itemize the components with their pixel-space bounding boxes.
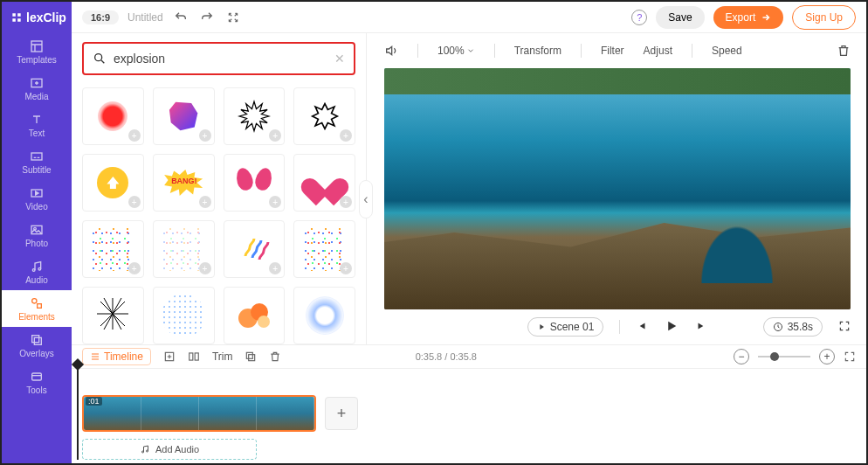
sidebar-item-elements[interactable]: Elements [2, 290, 72, 327]
save-button[interactable]: Save [656, 6, 704, 29]
filter-button[interactable]: Filter [601, 45, 624, 57]
timeline-zoom: − + [734, 349, 856, 364]
svg-point-8 [32, 298, 37, 302]
element-thumb[interactable]: + [82, 154, 144, 212]
expand-icon[interactable] [224, 9, 242, 26]
element-thumb[interactable]: + [293, 87, 355, 145]
fit-icon[interactable] [844, 350, 856, 363]
svg-rect-17 [195, 353, 198, 360]
next-icon[interactable] [695, 320, 707, 335]
element-thumb[interactable]: + [224, 220, 286, 278]
add-icon[interactable]: + [269, 262, 281, 274]
svg-point-13 [95, 54, 102, 61]
search-input[interactable] [114, 52, 334, 66]
svg-rect-10 [32, 335, 39, 342]
sidebar: lexClip Templates Media Text Subtitle Vi… [2, 2, 72, 463]
svg-rect-9 [38, 303, 42, 308]
topbar: 16:9 Untitled ? Save Export Sign Up [72, 2, 866, 33]
search-icon [93, 52, 107, 66]
add-icon[interactable]: + [269, 129, 281, 142]
prev-icon[interactable] [636, 320, 648, 335]
sidebar-item-photo[interactable]: Photo [2, 217, 72, 253]
add-clip-button[interactable]: + [325, 397, 358, 430]
sidebar-item-tools[interactable]: Tools [2, 364, 72, 400]
timeline-tab[interactable]: Timeline [82, 348, 151, 365]
zoom-in-icon[interactable]: + [819, 349, 835, 364]
undo-icon[interactable] [172, 9, 189, 26]
add-icon[interactable]: + [340, 262, 352, 274]
sidebar-item-templates[interactable]: Templates [2, 33, 72, 70]
video-clip[interactable]: :01 [82, 395, 316, 432]
element-thumb[interactable]: + [153, 87, 215, 145]
zoom-slider[interactable] [758, 356, 810, 357]
export-button[interactable]: Export [713, 6, 784, 29]
preview-toolbar: 100% Transform Filter Adjust Speed [369, 33, 866, 68]
aspect-ratio[interactable]: 16:9 [82, 10, 119, 24]
add-icon[interactable]: + [269, 196, 281, 208]
element-thumb[interactable]: + [82, 87, 144, 145]
element-thumb[interactable]: + [224, 154, 286, 212]
svg-rect-19 [249, 355, 255, 361]
help-icon[interactable]: ? [631, 10, 647, 25]
element-thumb[interactable] [153, 287, 215, 344]
scene-selector[interactable]: Scene 01 [527, 317, 604, 337]
svg-rect-18 [247, 352, 253, 358]
project-title[interactable]: Untitled [127, 11, 163, 24]
add-icon[interactable]: + [340, 196, 352, 208]
split-icon[interactable] [188, 350, 200, 363]
add-icon[interactable]: + [199, 196, 211, 208]
add-icon[interactable]: + [340, 129, 352, 142]
timeline-toolbar: Timeline Trim 0:35.8 / 0:35.8 − + [72, 344, 866, 369]
sidebar-item-text[interactable]: Text [2, 107, 72, 143]
sidebar-item-media[interactable]: Media [2, 70, 72, 107]
delete-icon[interactable] [837, 44, 851, 58]
trim-button[interactable]: Trim [212, 350, 233, 363]
clear-search-icon[interactable]: ✕ [334, 52, 345, 66]
playback-controls: Scene 01 35.8s [369, 309, 866, 344]
play-icon[interactable] [664, 318, 679, 337]
adjust-button[interactable]: Adjust [644, 45, 672, 57]
element-thumb[interactable] [224, 287, 286, 344]
zoom-dropdown[interactable]: 100% [437, 45, 475, 57]
add-scene-icon[interactable] [163, 350, 176, 363]
svg-point-20 [141, 451, 143, 453]
element-thumb[interactable]: BANG!+ [153, 154, 215, 212]
preview-canvas[interactable] [384, 68, 851, 309]
element-thumb[interactable]: + [153, 220, 215, 278]
logo: lexClip [2, 2, 72, 33]
sidebar-item-subtitle[interactable]: Subtitle [2, 143, 72, 180]
add-icon[interactable]: + [128, 196, 141, 208]
transform-button[interactable]: Transform [514, 45, 561, 57]
fullscreen-icon[interactable] [838, 320, 851, 335]
duplicate-icon[interactable] [245, 350, 257, 363]
svg-rect-0 [31, 41, 42, 52]
svg-point-7 [38, 267, 41, 270]
element-thumb[interactable]: + [293, 220, 355, 278]
element-thumb[interactable]: + [224, 87, 286, 145]
element-thumb[interactable]: + [293, 154, 355, 212]
timeline-tracks: :01 + Add Audio [72, 369, 866, 463]
signup-button[interactable]: Sign Up [792, 5, 856, 30]
zoom-out-icon[interactable]: − [734, 349, 749, 364]
add-icon[interactable]: + [199, 129, 211, 142]
svg-point-6 [32, 268, 35, 271]
playhead[interactable] [77, 364, 79, 460]
duration-display[interactable]: 35.8s [763, 317, 823, 337]
svg-rect-2 [31, 153, 42, 160]
element-thumb[interactable] [293, 287, 355, 344]
sidebar-item-video[interactable]: Video [2, 180, 72, 217]
redo-icon[interactable] [198, 9, 216, 26]
svg-point-21 [146, 450, 148, 452]
add-icon[interactable]: + [128, 262, 141, 274]
element-thumb[interactable] [82, 287, 144, 344]
sidebar-item-audio[interactable]: Audio [2, 253, 72, 290]
add-audio-button[interactable]: Add Audio [82, 439, 257, 460]
speed-button[interactable]: Speed [712, 45, 742, 57]
add-icon[interactable]: + [199, 262, 211, 274]
sidebar-item-overlays[interactable]: Overlays [2, 327, 72, 364]
element-thumb[interactable]: + [82, 220, 144, 278]
add-icon[interactable]: + [128, 129, 141, 142]
volume-icon[interactable] [384, 44, 398, 58]
svg-rect-11 [34, 337, 41, 344]
delete-clip-icon[interactable] [269, 350, 281, 363]
